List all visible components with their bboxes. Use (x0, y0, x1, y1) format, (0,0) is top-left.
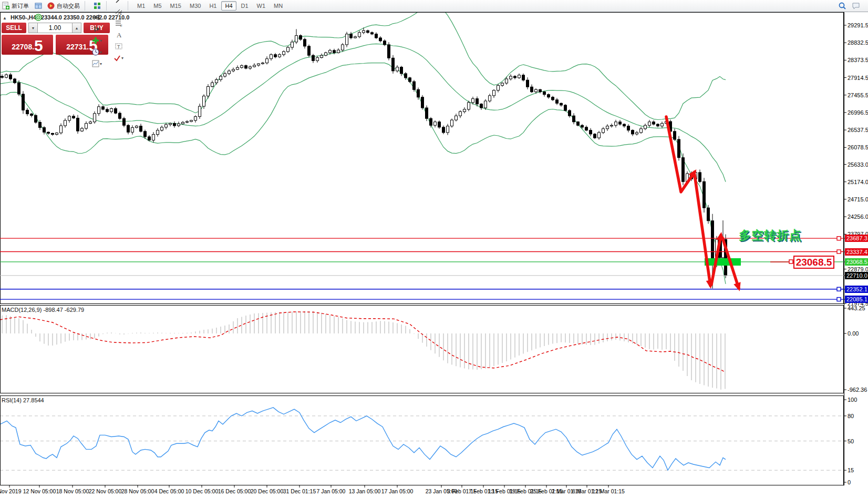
red-arrow-head (733, 282, 740, 291)
new-order-icon (2, 2, 10, 10)
templates-button[interactable]: ▾ (90, 58, 104, 69)
macd-axis-label: 443.25 (848, 305, 865, 311)
svg-text:F: F (120, 24, 122, 27)
timeframe-h1[interactable]: H1 (205, 1, 220, 11)
sell-price-main: 22708. (12, 40, 34, 53)
macd-indicator[interactable] (0, 311, 726, 390)
rsi-header: RSI(14) 27.8544 (2, 397, 44, 403)
autotrading-label: 自动交易 (57, 2, 80, 10)
data-window-button[interactable] (32, 0, 45, 12)
time-axis-label: 7 Jan 05:00 (317, 488, 346, 494)
dropdown-caret-icon[interactable]: ▾ (100, 50, 102, 55)
time-axis-label: 17 Jan 05:00 (381, 488, 414, 494)
timeframe-group: M1M5M15M30H1H4D1W1MN (133, 3, 287, 9)
timeframe-mn[interactable]: MN (270, 1, 286, 11)
price-tick-label: 29291.5 (848, 22, 868, 28)
support-line-2-handle[interactable] (837, 298, 841, 301)
volume-decrease-button[interactable]: ▼ (28, 23, 38, 33)
price-tag-current-price-line: 22710.0 (845, 272, 868, 279)
svg-text:T: T (117, 44, 120, 49)
trendline-icon (115, 0, 123, 4)
arrows-icon (113, 54, 121, 62)
new-order-button[interactable]: 新订单 (1, 0, 31, 12)
chat-icon (852, 2, 860, 10)
text-button[interactable]: A (112, 29, 125, 40)
templates-icon (91, 59, 100, 68)
toolbar-separator (106, 1, 110, 11)
text-label-icon: T (115, 42, 123, 50)
terminal-window: 新订单 自动交易 ▾▾▾ EFAT▾ M1M5M15M30H1H4D1W1MN … (0, 0, 868, 497)
time-axis-label: 28 Nov 05:00 (121, 488, 154, 494)
collapse-triangle-icon[interactable]: ▲ (3, 16, 7, 21)
chat-button[interactable] (850, 0, 862, 12)
time-axis-label: 31 Dec 01:15 (283, 488, 316, 494)
periods-button[interactable]: ▾ (90, 46, 104, 58)
timeframe-w1[interactable]: W1 (253, 1, 270, 11)
price-tick-label: 22879.0 (848, 266, 868, 272)
timeframe-m1[interactable]: M1 (133, 1, 149, 11)
volume-value[interactable]: 1.00 (38, 23, 72, 33)
arrows-button[interactable]: ▾ (112, 52, 125, 64)
price-callout-box[interactable]: 23068.5 (793, 256, 834, 269)
buy-price-main: 22731. (66, 40, 89, 53)
sell-button[interactable]: SELL (2, 23, 26, 33)
volume-stepper: ▼ 1.00 ▲ (28, 23, 81, 33)
autotrading-button[interactable]: 自动交易 (46, 0, 82, 12)
search-button[interactable] (836, 0, 849, 12)
text-icon: A (115, 31, 123, 39)
new-order-label: 新订单 (12, 2, 29, 10)
chart-canvas[interactable] (0, 0, 868, 497)
toolbar-separator (128, 1, 131, 11)
volume-increase-button[interactable]: ▲ (72, 23, 81, 33)
price-tick-label: 25633.0 (848, 161, 868, 168)
timeframe-m5[interactable]: M5 (150, 1, 165, 11)
timeframe-d1[interactable]: D1 (237, 1, 252, 11)
price-tick-label: 27914.5 (848, 75, 868, 81)
time-axis-label: 4 Dec 05:00 (154, 488, 184, 494)
price-tick-label: 28832.5 (848, 39, 868, 46)
tile-windows-button[interactable] (90, 0, 104, 12)
search-icon (838, 2, 846, 10)
price-tick-label: 28373.5 (848, 57, 868, 63)
new-order-icon (2, 2, 10, 10)
indicators-button[interactable]: ▾ (90, 35, 104, 46)
time-axis-label: 12 Mar 01:15 (592, 488, 625, 494)
price-tag-resistance-line-2: 23337.4 (845, 248, 868, 256)
support-line-1-handle[interactable] (837, 287, 841, 291)
auto-scroll-icon (93, 13, 101, 22)
rsi-indicator[interactable] (0, 408, 844, 470)
sell-price-button[interactable]: 22708. 5 (2, 35, 53, 55)
candles (1, 27, 727, 288)
fibonacci-button[interactable]: F (112, 17, 125, 29)
chart-title: ▲ HK50-,H4 23344.0 23350.0 22662.0 22710… (3, 14, 129, 21)
dropdown-caret-icon[interactable]: ▾ (100, 62, 102, 66)
green-highlight-box[interactable] (705, 258, 741, 266)
rsi-axis-label: 50 (848, 438, 854, 444)
time-axis-label: 12 Nov 05:00 (23, 488, 56, 494)
dropdown-caret-icon[interactable]: ▾ (121, 56, 123, 60)
svg-text:A: A (117, 31, 122, 39)
timeframe-m15[interactable]: M15 (167, 1, 185, 11)
price-tag-pivot-line: 23068.5 (845, 258, 868, 266)
time-axis-label: 16 Dec 05:00 (218, 488, 251, 494)
time-axis-label: 18 Nov 05:00 (56, 488, 89, 494)
dropdown-caret-icon[interactable]: ▾ (100, 38, 102, 43)
macd-axis-label: 0.00 (848, 330, 859, 337)
trendline-button[interactable] (112, 0, 125, 6)
price-tick-label: 26996.5 (848, 109, 868, 116)
autotrading-icon (47, 2, 55, 10)
auto-scroll-button[interactable] (90, 12, 104, 23)
chart-shift-button[interactable] (90, 23, 104, 35)
resistance-line-1-handle[interactable] (837, 237, 841, 240)
macd-signal-line (0, 312, 726, 372)
signals-button[interactable] (32, 12, 45, 23)
text-label-button[interactable]: T (112, 40, 125, 52)
chart-shift-icon (93, 25, 101, 33)
turning-point-annotation[interactable]: 多空转折点 (739, 227, 802, 244)
timeframe-h4[interactable]: H4 (221, 1, 236, 11)
resistance-line-2-handle[interactable] (837, 250, 841, 253)
timeframe-m30[interactable]: M30 (186, 1, 204, 11)
indicators-icon (91, 36, 100, 45)
price-box-handle[interactable] (789, 260, 793, 263)
channel-button[interactable]: E (112, 6, 125, 17)
